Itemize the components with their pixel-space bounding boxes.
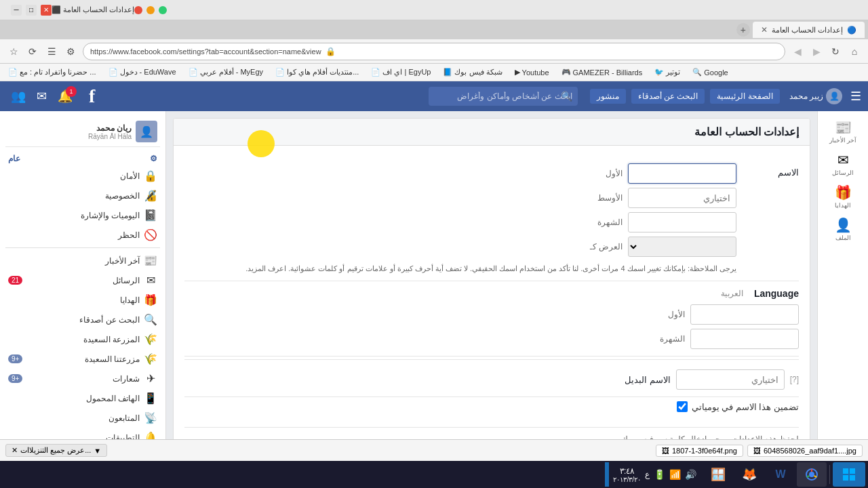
sidebar-general-title: ⚙ عام	[5, 150, 160, 166]
bookmark-item-8[interactable]: 🎮 GAMEZER - Billiards	[559, 66, 646, 78]
find-friends-btn[interactable]: البحث عن أصدقاء	[631, 89, 705, 104]
active-tab[interactable]: 🔵 إعدادات الحساب العامة ✕	[753, 22, 865, 38]
show-all-downloads[interactable]: ✕ عرض جميع التنزيلاات... ▼	[5, 444, 107, 457]
sidebar-item-news[interactable]: 📰 آخر الأخبار	[5, 251, 160, 270]
taskbar-word[interactable]: W	[766, 462, 795, 487]
bookmark-icon-8: 🎮	[561, 68, 571, 77]
sidebar-gifts[interactable]: 🎁 الهدايا	[821, 182, 865, 211]
settings-nav-btn[interactable]: ⚙	[62, 43, 79, 60]
sidebar-item-messages[interactable]: ✉ الرسائل 21	[5, 270, 160, 290]
fb-search-input[interactable]	[429, 87, 578, 106]
bookmark-btn[interactable]: ☆	[5, 43, 22, 60]
volume-icon[interactable]: 🔊	[685, 469, 696, 480]
first-name-row: الأول	[184, 163, 736, 184]
network-icon[interactable]: 📶	[669, 469, 681, 480]
bookmark-icon-youtube: ▶	[515, 68, 520, 77]
svg-point-5	[809, 472, 814, 477]
download-file-1[interactable]: 🖼 1807-1-3f0e64f.png	[656, 445, 743, 457]
gear-icon: ⚙	[150, 154, 157, 163]
privacy-icon: 🔏	[144, 189, 157, 202]
sidebar-item-followers[interactable]: 📡 المتابعون	[5, 408, 160, 428]
battery-icon[interactable]: 🔋	[654, 469, 665, 480]
newspaper-icon: 📰	[144, 254, 157, 267]
minimize-btn[interactable]: ─	[11, 5, 22, 16]
bookmark-icon-2: 📄	[108, 68, 118, 77]
forward-btn[interactable]: ▶	[808, 43, 825, 60]
taskbar-windows[interactable]: 🪟	[703, 462, 733, 487]
back-btn[interactable]: ◀	[789, 43, 806, 60]
sidebar-item-happy-farm2[interactable]: 🌾 مزرعتنا السعيدة +9	[5, 349, 160, 369]
profile-nav-btn[interactable]: 👤 زيير محمد	[785, 85, 846, 107]
lock-icon: 🔒	[144, 169, 157, 182]
svg-rect-2	[843, 475, 848, 481]
friend-requests-btn[interactable]: 👥	[7, 86, 30, 106]
sidebar-item-find-friends[interactable]: 🔍 البحث عن أصدقاء	[5, 310, 160, 329]
bookmark-item-4[interactable]: 📄 منتديات أفلام هاي كوا...	[273, 66, 361, 78]
home-btn[interactable]: ⌂	[846, 43, 863, 60]
close-btn[interactable]: ✕	[41, 5, 52, 16]
sidebar-item-block[interactable]: 🚫 الحظر	[5, 225, 160, 245]
sidebar-item-security[interactable]: 🔒 الأمان	[5, 166, 160, 186]
taskbar-chrome[interactable]	[797, 462, 827, 487]
homepage-btn[interactable]: الصفحة الرئيسية	[710, 89, 779, 104]
url-bar[interactable]: https://www.facebook.com/settings?tab=ac…	[83, 43, 785, 60]
sidebar-item-privacy[interactable]: 🔏 الخصوصية	[5, 186, 160, 205]
bookmark-item-1[interactable]: 📄 حضرنا واتفراد تام : مع ...	[5, 66, 99, 78]
sidebar-item-timeline[interactable]: 📓 اليوميات والإشارة	[5, 205, 160, 225]
sidebar-news-feed[interactable]: 📰 آخر الأخبار	[821, 117, 865, 146]
reload-btn[interactable]: ↻	[827, 43, 844, 60]
last-name-input[interactable]	[628, 212, 736, 232]
browser-titlebar: إعدادات الحساب العامة ⬛ ─ □ ✕	[0, 0, 868, 20]
sidebar-messages[interactable]: ✉ الرسائل	[821, 149, 865, 179]
svg-rect-3	[850, 475, 855, 481]
followers-icon: 📡	[144, 411, 157, 424]
history-btn[interactable]: ⟳	[24, 43, 41, 60]
timeline-icon: 📓	[144, 209, 157, 222]
new-tab-btn[interactable]: +	[736, 23, 750, 37]
bookmark-item-youtube[interactable]: ▶ Youtube	[512, 66, 552, 78]
sidebar-item-happy-farm[interactable]: 🌾 المزرعة السعيدة	[5, 329, 160, 349]
bookmark-item-3[interactable]: 📄 أفلام عربي - MyEgy	[186, 66, 266, 78]
facebook-nav: ☰ 👤 زيير محمد الصفحة الرئيسية البحث عن أ…	[0, 81, 868, 111]
display-label: العرض كـ	[582, 242, 623, 251]
lang-first-input[interactable]	[690, 304, 799, 325]
sidebar-item-gifts[interactable]: 🎁 الهدايا	[5, 290, 160, 310]
alt-name-input[interactable]	[676, 369, 785, 390]
bookmark-item-10[interactable]: 🔍 Google	[690, 66, 730, 78]
nav-bar: ◀ ▶ ↻ ⌂ https://www.facebook.com/setting…	[0, 39, 868, 64]
messages-icon: ✉	[837, 152, 849, 168]
show-desktop-btn[interactable]	[605, 462, 609, 487]
maximize-btn[interactable]: □	[26, 5, 37, 16]
bookmark-item-9[interactable]: 🐦 توتير	[652, 66, 683, 78]
alt-question-mark[interactable]: [?]	[790, 375, 799, 384]
sidebar-item-logos[interactable]: ✈ شعارات +9	[5, 369, 160, 388]
messages-btn[interactable]: ✉	[33, 86, 51, 106]
display-name-select[interactable]	[628, 237, 736, 257]
svg-rect-0	[843, 468, 848, 474]
sidebar-profile-section: 👤 ريان محمد Rāyān Āl Hāla	[5, 117, 160, 147]
settings-panel: إعدادات الحساب العامة الاسم الأول الأوسط	[173, 118, 810, 488]
farm-icon: 🌾	[144, 333, 157, 346]
notifications-btn[interactable]: 🔔 1	[54, 86, 77, 106]
visible-btn[interactable]: منشور	[590, 89, 626, 104]
gifts-icon: 🎁	[835, 184, 852, 201]
fb-left-nav: ☰ 👤 زيير محمد	[785, 85, 861, 107]
taskbar-firefox[interactable]: 🦊	[734, 462, 764, 487]
sidebar-profile[interactable]: 👤 الملف	[821, 214, 865, 244]
bookmark-item-2[interactable]: 📄 دخول - EduWave	[106, 66, 179, 78]
download-file-2[interactable]: 🖼 6048568026_aaf9daf1....jpg	[747, 445, 863, 457]
include-checkbox[interactable]	[677, 401, 688, 412]
first-name-input[interactable]	[628, 163, 736, 184]
start-btn[interactable]	[833, 462, 865, 487]
tab-close-icon[interactable]: ✕	[761, 25, 768, 35]
lang-first-row: الأول	[184, 304, 799, 325]
lang-last-input[interactable]	[690, 329, 799, 349]
gift-icon: 🎁	[144, 293, 157, 306]
sidebar-item-mobile[interactable]: 📱 الهاتف المحمول	[5, 388, 160, 408]
fb-hamburger-icon[interactable]: ☰	[850, 89, 861, 104]
ime-icon[interactable]: ع	[645, 470, 650, 479]
bookmark-item-5[interactable]: 📄 اي اف | EgyUp	[368, 66, 433, 78]
bookmark-item-6[interactable]: 📘 شبكة فيس بوك	[440, 66, 505, 78]
menu-btn[interactable]: ☰	[43, 43, 60, 60]
middle-name-input[interactable]	[628, 188, 736, 208]
